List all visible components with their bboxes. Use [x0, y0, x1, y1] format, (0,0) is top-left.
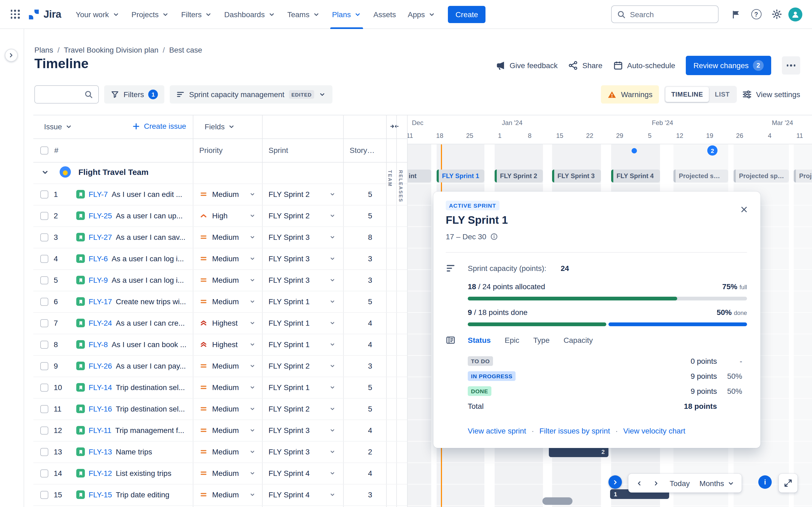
issue-summary[interactable]: Trip destination sel...	[116, 404, 185, 413]
issue-key-link[interactable]: FLY-8	[89, 340, 108, 349]
expand-sidebar-button[interactable]	[5, 49, 18, 62]
row-checkbox[interactable]	[40, 297, 48, 305]
info-button[interactable]	[758, 475, 772, 489]
issue-key-link[interactable]: FLY-7	[89, 190, 108, 199]
info-icon[interactable]	[490, 233, 498, 240]
issue-summary[interactable]: List existing trips	[116, 469, 171, 477]
schedule-bar[interactable]	[543, 497, 572, 505]
view-config-button[interactable]: Sprint capacity management EDITED	[170, 85, 333, 104]
row-checkbox[interactable]	[40, 362, 48, 370]
nav-item-assets[interactable]: Assets	[367, 5, 402, 23]
sprint-bar[interactable]: int	[408, 170, 431, 182]
issue-summary[interactable]: Name trips	[116, 447, 152, 456]
global-search[interactable]	[611, 5, 719, 23]
nav-item-teams[interactable]: Teams	[282, 5, 326, 23]
sprint-select[interactable]: FLY Sprint 4	[262, 490, 343, 499]
tab-status[interactable]: Status	[468, 336, 491, 344]
story-points-cell[interactable]: 5	[343, 211, 386, 220]
breadcrumb-plans[interactable]: Plans	[34, 46, 53, 54]
issue-key-link[interactable]: FLY-26	[89, 361, 112, 370]
issue-key-link[interactable]: FLY-14	[89, 383, 112, 392]
list-toggle[interactable]: LIST	[709, 87, 735, 102]
issue-summary[interactable]: Trip date editing	[116, 490, 169, 499]
priority-select[interactable]: Medium	[193, 404, 262, 413]
story-points-cell[interactable]: 5	[343, 404, 386, 413]
row-checkbox[interactable]	[40, 276, 48, 284]
tab-capacity[interactable]: Capacity	[564, 336, 593, 344]
priority-select[interactable]: Medium	[193, 490, 262, 499]
zoom-level-select[interactable]: Months	[695, 476, 740, 490]
priority-select[interactable]: Medium	[193, 469, 262, 477]
sprint-bar[interactable]: FLY Sprint 1	[437, 170, 485, 182]
close-popup-button[interactable]	[736, 201, 752, 217]
issue-key-link[interactable]: FLY-17	[89, 297, 112, 306]
jira-logo[interactable]: Jira	[28, 8, 61, 20]
issue-summary[interactable]: As a user I can cre...	[116, 319, 185, 327]
sprint-select[interactable]: FLY Sprint 2	[262, 361, 343, 370]
sprint-select[interactable]: FLY Sprint 3	[262, 254, 343, 263]
sprint-select[interactable]: FLY Sprint 3	[262, 447, 343, 456]
sprint-bar[interactable]: Proj...	[794, 170, 812, 182]
row-checkbox[interactable]	[40, 469, 48, 477]
issue-summary[interactable]: As a user I can log i...	[112, 254, 184, 263]
priority-select[interactable]: Highest	[193, 319, 262, 327]
issue-summary[interactable]: Create new trips wi...	[116, 297, 186, 306]
sprint-bar[interactable]: FLY Sprint 4	[611, 170, 660, 182]
sprint-bar[interactable]: FLY Sprint 3	[552, 170, 601, 182]
story-points-cell[interactable]: 5	[343, 297, 386, 306]
row-checkbox[interactable]	[40, 491, 48, 499]
share-button[interactable]: Share	[568, 61, 603, 70]
create-button[interactable]: Create	[448, 6, 486, 23]
issue-summary[interactable]: As a user I can up...	[116, 211, 183, 220]
sprint-select[interactable]: FLY Sprint 1	[262, 383, 343, 392]
nav-item-filters[interactable]: Filters	[175, 5, 218, 23]
story-points-cell[interactable]: 5	[343, 190, 386, 199]
issue-key-link[interactable]: FLY-15	[89, 490, 112, 499]
scroll-left-button[interactable]	[630, 476, 648, 490]
tab-epic[interactable]: Epic	[505, 336, 519, 344]
issue-column-menu[interactable]: Issue	[44, 122, 73, 131]
row-checkbox[interactable]	[40, 319, 48, 327]
story-points-cell[interactable]: 2	[343, 447, 386, 456]
milestone-count-badge[interactable]: 2	[707, 146, 717, 156]
story-points-cell[interactable]: 3	[343, 490, 386, 499]
story-points-cell[interactable]: 5	[343, 383, 386, 392]
app-switcher-button[interactable]	[6, 6, 23, 23]
priority-select[interactable]: Medium	[193, 383, 262, 392]
timeline-toggle[interactable]: TIMELINE	[665, 87, 709, 102]
user-avatar[interactable]	[789, 7, 802, 21]
notifications-button[interactable]	[727, 6, 744, 23]
row-checkbox[interactable]	[40, 448, 48, 456]
timeline-expand-button[interactable]	[608, 475, 622, 489]
fullscreen-button[interactable]	[779, 474, 798, 493]
link-filter-issues-by-sprint[interactable]: Filter issues by sprint	[540, 427, 610, 435]
collapsed-issues-bar[interactable]: 2	[549, 446, 608, 457]
plan-search[interactable]	[34, 85, 99, 104]
row-checkbox[interactable]	[40, 212, 48, 220]
today-button[interactable]: Today	[665, 476, 695, 490]
give-feedback-button[interactable]: Give feedback	[496, 61, 558, 70]
priority-select[interactable]: High	[193, 211, 262, 220]
nav-item-apps[interactable]: Apps	[402, 5, 442, 23]
global-search-input[interactable]	[630, 10, 713, 18]
priority-select[interactable]: Medium	[193, 254, 262, 263]
issue-key-link[interactable]: FLY-6	[89, 254, 108, 263]
help-button[interactable]	[748, 6, 765, 23]
sprint-bar[interactable]: FLY Sprint 2	[495, 170, 543, 182]
sprint-bar[interactable]: Projected spr...	[733, 170, 789, 182]
priority-select[interactable]: Medium	[193, 233, 262, 241]
collapse-columns-button[interactable]	[390, 122, 399, 131]
priority-select[interactable]: Highest	[193, 340, 262, 349]
sprint-select[interactable]: FLY Sprint 1	[262, 319, 343, 327]
nav-item-projects[interactable]: Projects	[126, 5, 175, 23]
story-points-cell[interactable]: 3	[343, 276, 386, 284]
filters-button[interactable]: Filters 1	[104, 85, 164, 104]
story-points-cell[interactable]: 4	[343, 340, 386, 349]
milestone-dot[interactable]	[631, 148, 637, 154]
link-view-velocity-chart[interactable]: View velocity chart	[623, 427, 685, 435]
priority-select[interactable]: Medium	[193, 426, 262, 435]
review-changes-button[interactable]: Review changes 2	[686, 56, 771, 75]
row-checkbox[interactable]	[40, 233, 48, 241]
more-actions-button[interactable]	[782, 56, 800, 74]
sprint-select[interactable]: FLY Sprint 1	[262, 340, 343, 349]
